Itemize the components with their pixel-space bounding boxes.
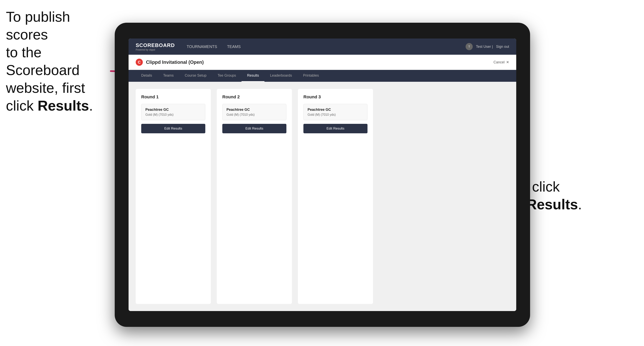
navbar: SCOREBOARD Powered by clippd TOURNAMENTS… (128, 38, 516, 55)
nav-tournaments[interactable]: TOURNAMENTS (187, 44, 217, 49)
round-3-course-card: Peachtree GC Gold (M) (7010 yds) (304, 104, 368, 120)
tab-leaderboards[interactable]: Leaderboards (264, 70, 298, 82)
round-1-title: Round 1 (141, 94, 205, 100)
nav-right: T Test User | Sign out (466, 43, 509, 50)
round-3-title: Round 3 (304, 94, 368, 100)
tournament-name: Clippd Invitational (Open) (146, 59, 204, 65)
round-2-course-details: Gold (M) (7010 yds) (226, 113, 282, 117)
tab-bar: Details Teams Course Setup Tee Groups Re… (128, 70, 516, 82)
round-1-course-card: Peachtree GC Gold (M) (7010 yds) (141, 104, 205, 120)
logo-text: SCOREBOARD (136, 42, 175, 48)
round-2-course-card: Peachtree GC Gold (M) (7010 yds) (222, 104, 286, 120)
tab-details[interactable]: Details (136, 70, 158, 82)
round-3-card: Round 3 Peachtree GC Gold (M) (7010 yds)… (298, 89, 373, 304)
sign-out-link[interactable]: Sign out (496, 45, 509, 49)
tab-teams[interactable]: Teams (158, 70, 179, 82)
tab-tee-groups[interactable]: Tee Groups (212, 70, 242, 82)
round-2-card: Round 2 Peachtree GC Gold (M) (7010 yds)… (217, 89, 292, 304)
tournament-title-row: C Clippd Invitational (Open) (136, 59, 204, 66)
instruction-left: To publish scores to the Scoreboard webs… (6, 8, 109, 115)
logo-area: SCOREBOARD Powered by clippd (136, 42, 175, 51)
tablet-device: SCOREBOARD Powered by clippd TOURNAMENTS… (115, 23, 530, 327)
round-2-course-name: Peachtree GC (226, 108, 282, 112)
close-icon: ✕ (506, 60, 509, 64)
tab-printables[interactable]: Printables (298, 70, 324, 82)
round-1-card: Round 1 Peachtree GC Gold (M) (7010 yds)… (136, 89, 211, 304)
nav-links: TOURNAMENTS TEAMS (187, 44, 466, 49)
round-2-title: Round 2 (222, 94, 286, 100)
round-1-course-details: Gold (M) (7010 yds) (145, 113, 201, 117)
nav-user-text: Test User | (476, 45, 493, 49)
tab-results[interactable]: Results (242, 70, 264, 82)
logo-sub: Powered by clippd (136, 48, 175, 51)
round-3-course-details: Gold (M) (7010 yds) (308, 113, 363, 117)
tournament-header: C Clippd Invitational (Open) Cancel ✕ (128, 55, 516, 70)
tournament-icon: C (136, 59, 143, 66)
nav-teams[interactable]: TEAMS (227, 44, 241, 49)
round-1-edit-results-button[interactable]: Edit Results (141, 124, 205, 133)
tablet-screen: SCOREBOARD Powered by clippd TOURNAMENTS… (128, 38, 516, 311)
round-1-course-name: Peachtree GC (145, 108, 201, 112)
round-2-edit-results-button[interactable]: Edit Results (222, 124, 286, 133)
user-avatar: T (466, 43, 473, 50)
round-3-edit-results-button[interactable]: Edit Results (304, 124, 368, 133)
tab-course-setup[interactable]: Course Setup (179, 70, 212, 82)
main-content: Round 1 Peachtree GC Gold (M) (7010 yds)… (128, 82, 516, 311)
round-3-course-name: Peachtree GC (308, 108, 363, 112)
cancel-button[interactable]: Cancel ✕ (494, 60, 509, 64)
